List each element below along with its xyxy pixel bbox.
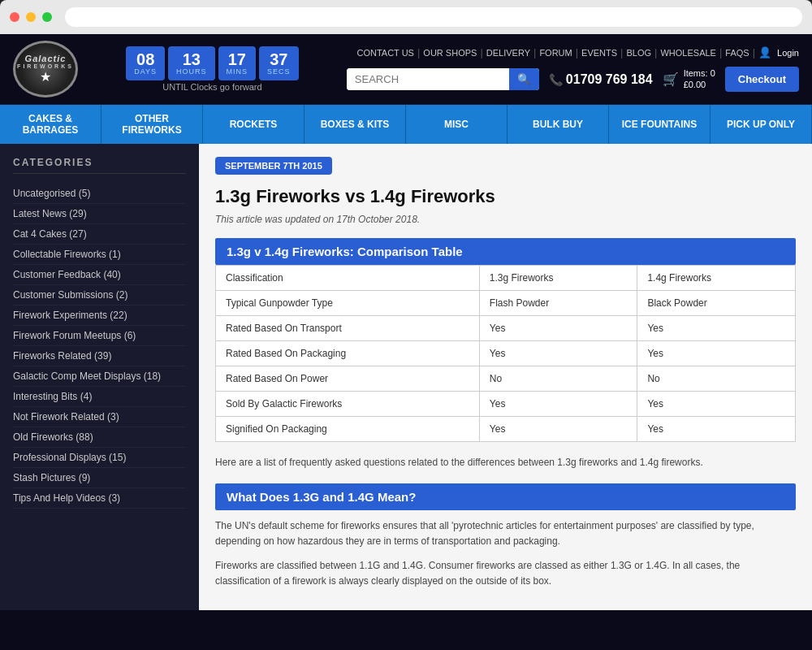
table-cell: Yes (637, 392, 796, 417)
nav-contact-us[interactable]: CONTACT US (356, 48, 414, 58)
site-wrapper: Galactic FIREWORKS ★ 08 DAYS 13 HOURS 17… (0, 34, 812, 650)
checkout-button[interactable]: Checkout (725, 67, 799, 92)
table-cell: Rated Based On Packaging (216, 341, 480, 366)
mins-value: 17 (227, 51, 248, 67)
nav-our-shops[interactable]: OUR SHOPS (423, 48, 477, 58)
table-row: Rated Based On Packaging Yes Yes (216, 341, 796, 366)
address-bar[interactable] (65, 7, 802, 27)
sidebar-item-fireworks-related[interactable]: Fireworks Related (39) (13, 346, 186, 366)
nav-rockets[interactable]: ROCKETS (203, 105, 304, 144)
nav-delivery[interactable]: DELIVERY (486, 48, 530, 58)
main-navigation: CAKES & BARRAGES OTHER FIREWORKS ROCKETS… (0, 105, 812, 144)
nav-faqs[interactable]: FAQS (725, 48, 749, 58)
cart-details: Items: 0 £0.00 (684, 68, 715, 89)
search-button[interactable]: 🔍 (509, 68, 539, 90)
top-nav: CONTACT US | OUR SHOPS | DELIVERY | FORU… (356, 46, 799, 58)
table-row: Rated Based On Transport Yes Yes (216, 316, 796, 341)
sidebar: CATEGORIES Uncategorised (5) Latest News… (0, 144, 199, 610)
countdown-mins: 17 MINS (218, 46, 257, 80)
search-input[interactable] (347, 68, 509, 90)
browser-chrome (0, 0, 812, 34)
nav-other-fireworks[interactable]: OTHER FIREWORKS (102, 105, 203, 144)
countdown-until: UNTIL Clocks go forward (162, 82, 261, 92)
user-icon: 👤 (758, 46, 771, 58)
countdown-boxes: 08 DAYS 13 HOURS 17 MINS 37 SECS (126, 46, 298, 80)
table-cell: No (637, 366, 796, 392)
table-cell: Flash Powder (479, 291, 637, 316)
sidebar-item-customer-submissions[interactable]: Customer Submissions (2) (13, 285, 186, 306)
table-cell: 1.4g Fireworks (637, 266, 796, 291)
sidebar-item-customer-feedback[interactable]: Customer Feedback (40) (13, 265, 186, 285)
table-cell: Typical Gunpowder Type (216, 291, 480, 316)
logo-fireworks: FIREWORKS (17, 63, 74, 69)
hours-value: 13 (176, 51, 207, 67)
sidebar-item-not-firework[interactable]: Not Firework Related (3) (13, 407, 186, 427)
article-date: SEPTEMBER 7TH 2015 (215, 157, 332, 175)
table-cell: Black Powder (637, 291, 796, 316)
section2-heading: What Does 1.3G and 1.4G Mean? (215, 483, 796, 510)
sidebar-item-forum-meetups[interactable]: Firework Forum Meetups (6) (13, 326, 186, 346)
logo[interactable]: Galactic FIREWORKS ★ (13, 41, 78, 98)
table-cell: Yes (479, 392, 637, 417)
nav-sep-6: | (654, 46, 657, 58)
countdown-days: 08 DAYS (126, 46, 165, 80)
cart-items: Items: 0 (684, 68, 715, 79)
table-cell: Yes (637, 316, 796, 341)
search-icon: 🔍 (517, 73, 531, 85)
cart-area: 🛒 Items: 0 £0.00 (663, 68, 715, 89)
nav-ice-fountains[interactable]: ICE FOUNTAINS (609, 105, 710, 144)
browser-minimize-dot[interactable] (26, 12, 36, 22)
browser-close-dot[interactable] (10, 12, 19, 22)
table-row: Typical Gunpowder Type Flash Powder Blac… (216, 291, 796, 316)
sidebar-item-collectable[interactable]: Collectable Fireworks (1) (13, 245, 186, 265)
nav-wholesale[interactable]: WHOLESALE (660, 48, 715, 58)
sidebar-item-galactic-comp[interactable]: Galactic Comp Meet Displays (18) (13, 366, 186, 387)
table-cell: Classification (216, 266, 480, 291)
table-row: Classification 1.3g Fireworks 1.4g Firew… (216, 266, 796, 291)
nav-misc[interactable]: MISC (406, 105, 508, 144)
nav-sep-5: | (620, 46, 623, 58)
sidebar-item-firework-experiments[interactable]: Firework Experiments (22) (13, 306, 186, 326)
sidebar-item-old-fireworks[interactable]: Old Fireworks (88) (13, 427, 186, 448)
hours-label: HOURS (176, 67, 207, 76)
nav-cakes-barrages[interactable]: CAKES & BARRAGES (0, 105, 102, 144)
nav-sep-2: | (480, 46, 482, 58)
nav-pick-up-only[interactable]: PICK UP ONLY (710, 105, 812, 144)
sidebar-item-uncategorised[interactable]: Uncategorised (5) (13, 184, 186, 204)
table-cell: Yes (479, 316, 637, 341)
nav-blog[interactable]: BLOG (627, 48, 652, 58)
nav-boxes-kits[interactable]: BOXES & KITS (304, 105, 406, 144)
table-row: Rated Based On Power No No (216, 366, 796, 392)
cart-icon: 🛒 (663, 72, 679, 87)
sidebar-item-professional-displays[interactable]: Professional Displays (15) (13, 448, 186, 468)
main-content: SEPTEMBER 7TH 2015 1.3g Fireworks vs 1.4… (199, 144, 812, 610)
header-right: CONTACT US | OUR SHOPS | DELIVERY | FORU… (347, 46, 799, 92)
sidebar-item-latest-news[interactable]: Latest News (29) (13, 204, 186, 224)
nav-forum[interactable]: FORUM (539, 48, 572, 58)
login-button[interactable]: Login (777, 48, 799, 58)
table-cell: Rated Based On Power (216, 366, 480, 392)
nav-sep-7: | (719, 46, 722, 58)
nav-bulk-buy[interactable]: BULK BUY (508, 105, 609, 144)
nav-sep-3: | (533, 46, 536, 58)
countdown-section: 08 DAYS 13 HOURS 17 MINS 37 SECS UNTIL C… (126, 46, 298, 92)
phone-area: 📞 01709 769 184 (549, 72, 653, 87)
sidebar-title: CATEGORIES (13, 157, 186, 174)
nav-events[interactable]: EVENTS (581, 48, 617, 58)
faq-text: Here are a list of frequently asked ques… (215, 455, 796, 470)
sidebar-item-cat4-cakes[interactable]: Cat 4 Cakes (27) (13, 224, 186, 245)
browser-maximize-dot[interactable] (42, 12, 52, 22)
nav-sep-8: | (753, 46, 755, 58)
secs-value: 37 (267, 51, 291, 67)
secs-label: SECS (267, 67, 291, 76)
sidebar-item-tips-videos[interactable]: Tips And Help Videos (3) (13, 488, 186, 509)
table-cell: Sold By Galactic Fireworks (216, 392, 480, 417)
sidebar-item-stash-pictures[interactable]: Stash Pictures (9) (13, 468, 186, 488)
days-value: 08 (134, 51, 157, 67)
countdown-hours: 13 HOURS (168, 46, 215, 80)
logo-star: ★ (40, 69, 51, 84)
table-row: Signified On Packaging Yes Yes (216, 417, 796, 442)
phone-number: 01709 769 184 (566, 72, 653, 87)
sidebar-item-interesting-bits[interactable]: Interesting Bits (4) (13, 387, 186, 407)
nav-sep-1: | (417, 46, 420, 58)
